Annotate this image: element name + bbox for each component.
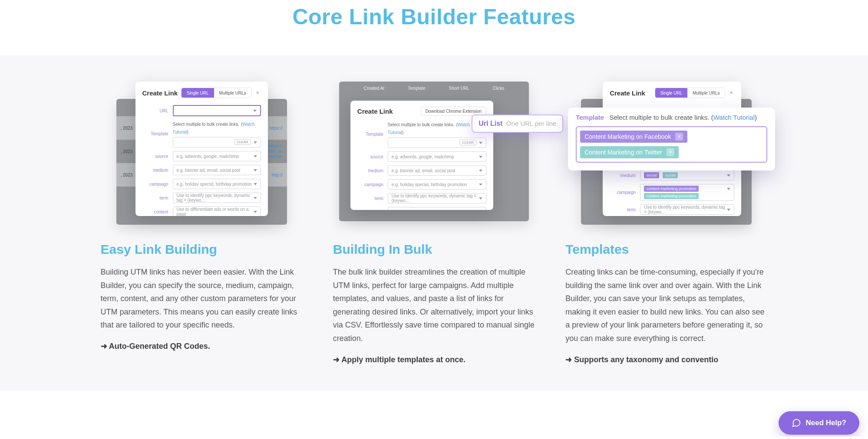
bg-link: http://: [272, 173, 283, 177]
template-popup: Template Select multiple to bulk create …: [568, 108, 775, 170]
source-select[interactable]: e.g. adwords, google, mailchimp: [388, 151, 486, 162]
placeholder: e.g. holiday special, birthday promotion: [392, 182, 467, 187]
chip-campaign[interactable]: content marketing promotion: [644, 193, 699, 199]
campaign-select[interactable]: e.g. holiday special, birthday promotion: [388, 179, 486, 190]
clear-button[interactable]: CLEAR: [459, 140, 476, 145]
bg-link: https:// utm_so market: [268, 144, 283, 159]
page-title: Core Link Builder Features: [0, 0, 868, 56]
segment-single-url[interactable]: Single URL: [655, 88, 688, 98]
chevron-down-icon: [254, 183, 257, 185]
template-select[interactable]: CLEAR: [173, 137, 261, 147]
clear-button[interactable]: CLEAR: [234, 139, 251, 145]
chip-social[interactable]: social: [663, 172, 678, 178]
template-select[interactable]: CLEAR: [388, 138, 486, 148]
template-popup-label: Template: [576, 114, 604, 121]
template-helper: Select multiple to bulk create links.: [388, 122, 454, 127]
features-band: , 2023 https:// , 2023 https:// utm_so m…: [0, 56, 868, 390]
close-icon[interactable]: ×: [728, 90, 734, 96]
placeholder: e.g. holiday special, birthday promotion: [177, 182, 252, 187]
source-select[interactable]: e.g. adwords, google, mailchimp: [173, 151, 261, 161]
feature-title: Templates: [565, 242, 767, 257]
feature-building-in-bulk: Created At Template Short URL Clicks Cre…: [333, 82, 535, 364]
url-mode-segmented[interactable]: Single URL Multiple URLs: [655, 88, 726, 98]
placeholder: e.g. banner ad, email, social post: [177, 168, 241, 173]
paren: ): [187, 130, 188, 134]
create-link-title: Create Link: [142, 89, 178, 97]
feature-body: Building UTM links has never been easier…: [101, 265, 303, 332]
bg-link-line: https://: [268, 144, 281, 148]
paren: ): [402, 130, 403, 135]
need-help-label: Need Help?: [805, 419, 846, 427]
segment-multiple-urls[interactable]: Multiple URLs: [687, 88, 725, 98]
chevron-down-icon: [254, 141, 257, 144]
label-source: source: [142, 154, 168, 159]
campaign-select[interactable]: content marketing promotion content mark…: [640, 184, 734, 201]
tag-label: Content Marketing on Facebook: [584, 133, 671, 140]
placeholder: Use to identify ppc keywords, dynamic ta…: [392, 193, 479, 203]
chip-campaign[interactable]: content marketing promotion: [644, 186, 699, 192]
label-source: source: [357, 154, 383, 159]
feature-body: Creating links can be time-consuming, es…: [565, 265, 767, 345]
feature-bullet: Auto-Generated QR Codes.: [101, 341, 303, 351]
chevron-down-icon: [479, 183, 482, 186]
tag-content-marketing-twitter[interactable]: Content Marketing on Twitter ×: [580, 146, 679, 158]
feature-easy-link-building: , 2023 https:// , 2023 https:// utm_so m…: [101, 82, 303, 364]
watch-tutorial-link[interactable]: Watch Tutorial: [713, 114, 755, 121]
placeholder: e.g. banner ad, email, social post: [392, 168, 455, 173]
term-select[interactable]: Use to identify ppc keywords, dynamic ta…: [173, 193, 261, 203]
chevron-down-icon: [254, 197, 257, 199]
template-popup-text: Select multiple to bulk create links. (: [609, 114, 713, 121]
content-select[interactable]: Use to differentiate ads or words on a p…: [388, 207, 486, 210]
label-content: content: [357, 210, 383, 210]
url-mode-segmented[interactable]: Single URL Multiple URLs: [181, 88, 252, 98]
label-term: term: [142, 196, 168, 200]
chevron-down-icon: [479, 142, 482, 144]
label-campaign: campaign: [357, 182, 383, 187]
placeholder: e.g. adwords, google, mailchimp: [177, 154, 239, 159]
term-select[interactable]: Use to identify ppc keywords, dynamic ta…: [640, 204, 734, 215]
content-select[interactable]: Use to differentiate ads or words on a p…: [173, 206, 261, 216]
campaign-select[interactable]: e.g. holiday special, birthday promotion: [173, 179, 261, 189]
feature-bullet: Supports any taxonomy and conventio: [565, 355, 767, 364]
url-list-popup: Url List One URL per line: [472, 115, 563, 133]
close-icon[interactable]: ×: [254, 90, 261, 96]
tag-content-marketing-facebook[interactable]: Content Marketing on Facebook ×: [580, 131, 687, 143]
remove-tag-icon[interactable]: ×: [667, 148, 674, 156]
label-term: term: [357, 196, 383, 201]
bg-link-line: market: [268, 154, 282, 159]
need-help-button[interactable]: Need Help?: [779, 411, 859, 435]
col-clicks: Clicks: [492, 86, 504, 91]
placeholder: e.g. adwords, google, mailchimp: [392, 154, 454, 159]
label-medium: medium: [357, 168, 383, 173]
url-input[interactable]: [173, 105, 261, 116]
col-created-at: Created At: [364, 86, 384, 91]
chip-social[interactable]: social: [644, 172, 659, 178]
chevron-down-icon: [254, 211, 257, 213]
medium-select[interactable]: social social: [640, 170, 734, 180]
medium-select[interactable]: e.g. banner ad, email, social post: [388, 165, 486, 176]
url-list-sub: One URL per line: [506, 120, 556, 127]
label-campaign: campaign: [142, 182, 168, 187]
medium-select[interactable]: e.g. banner ad, email, social post: [173, 165, 261, 175]
screenshot-bulk: Created At Template Short URL Clicks Cre…: [333, 82, 535, 225]
label-template: Template: [357, 132, 383, 137]
col-short-url: Short URL: [449, 86, 469, 91]
feature-title: Easy Link Building: [101, 242, 303, 257]
chevron-down-icon: [254, 169, 257, 171]
term-select[interactable]: Use to identify ppc keywords, dynamic ta…: [388, 193, 486, 203]
chevron-down-icon: [479, 156, 482, 158]
label-url: URL: [142, 108, 168, 113]
create-link-title: Create Link: [610, 89, 645, 97]
col-template: Template: [408, 86, 426, 91]
label-content: content: [142, 210, 168, 214]
placeholder: Use to identify ppc keywords, dynamic ta…: [177, 193, 254, 203]
feature-title: Building In Bulk: [333, 242, 535, 257]
chevron-down-icon: [479, 197, 482, 200]
remove-tag-icon[interactable]: ×: [675, 133, 683, 141]
label-medium: medium: [142, 168, 168, 173]
segment-single-url[interactable]: Single URL: [182, 88, 214, 98]
template-tag-input[interactable]: Content Marketing on Facebook × Content …: [576, 126, 767, 163]
segment-multiple-urls[interactable]: Multiple URLs: [214, 88, 251, 98]
chevron-down-icon: [727, 174, 730, 177]
feature-body: The bulk link builder streamlines the cr…: [333, 265, 535, 345]
